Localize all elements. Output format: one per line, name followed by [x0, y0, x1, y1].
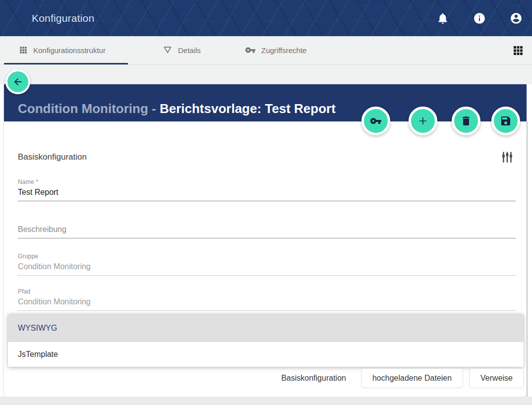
page-background-strip	[0, 397, 532, 405]
description-input[interactable]	[18, 219, 516, 238]
delete-button[interactable]	[452, 107, 480, 135]
template-type-dropdown: WYSIWYG JsTemplate	[8, 314, 524, 367]
option-wysiwyg[interactable]: WYSIWYG	[8, 314, 524, 342]
name-input[interactable]	[18, 186, 516, 201]
path-input	[18, 295, 516, 311]
tab-zugriffsrechte[interactable]: Zugriffsrechte	[245, 36, 306, 64]
bell-icon[interactable]	[436, 12, 449, 25]
group-field: Gruppe	[18, 251, 516, 276]
name-field-label: Name *	[18, 178, 38, 185]
group-field-label: Gruppe	[18, 253, 38, 260]
group-input	[18, 260, 516, 276]
grid-icon	[19, 46, 28, 55]
app-header-actions	[436, 0, 523, 36]
save-icon	[500, 115, 512, 127]
page-title-prefix: Condition Monitoring -	[18, 101, 160, 116]
save-button[interactable]	[491, 107, 520, 135]
footer-tab-verweise[interactable]: Verweise	[469, 368, 524, 388]
page-title-main: Berichtsvorlage: Test Report	[160, 101, 336, 116]
trash-icon	[460, 115, 472, 127]
plus-icon	[417, 115, 429, 127]
tab-label: Details	[178, 46, 201, 55]
tab-divider	[0, 64, 532, 65]
page-title: Condition Monitoring - Berichtsvorlage: …	[18, 101, 527, 116]
sliders-icon[interactable]	[500, 149, 516, 165]
footer-tab-hochgeladene-dateien[interactable]: hochgeladene Dateien	[361, 368, 463, 388]
option-jstemplate[interactable]: JsTemplate	[8, 342, 524, 367]
tab-label: Zugriffsrechte	[261, 46, 306, 55]
path-field: Pfad	[18, 287, 516, 311]
app-title: Konfiguration	[32, 12, 94, 24]
filter-triangle-icon	[163, 45, 173, 55]
section-title: Basiskonfiguration	[18, 152, 87, 162]
footer-tab-basiskonfiguration[interactable]: Basiskonfiguration	[281, 374, 346, 383]
key-icon	[370, 115, 382, 127]
footer-navigation: Basiskonfiguration hochgeladene Dateien …	[4, 367, 524, 390]
info-icon[interactable]	[473, 12, 486, 25]
key-icon	[245, 45, 256, 56]
arrow-left-icon	[12, 76, 23, 87]
app-header: Konfiguration	[0, 0, 532, 36]
title-banner: Condition Monitoring - Berichtsvorlage: …	[4, 84, 527, 121]
add-button[interactable]	[409, 107, 437, 135]
permissions-button[interactable]	[361, 107, 390, 135]
apps-grid-icon[interactable]	[512, 45, 524, 57]
tab-details[interactable]: Details	[163, 36, 201, 64]
path-field-label: Pfad	[18, 288, 31, 295]
tab-label: Konfigurationsstruktur	[33, 46, 106, 55]
scrollbar[interactable]	[527, 121, 528, 397]
account-icon[interactable]	[510, 12, 523, 25]
basis-configuration-form: Basiskonfiguration Name *	[4, 149, 527, 311]
back-button[interactable]	[5, 69, 30, 94]
description-field	[18, 219, 516, 238]
name-field: Name *	[18, 177, 516, 201]
tab-strip: Konfigurationsstruktur Details Zugriffsr…	[0, 36, 532, 84]
tab-konfigurationsstruktur[interactable]: Konfigurationsstruktur	[19, 36, 106, 64]
